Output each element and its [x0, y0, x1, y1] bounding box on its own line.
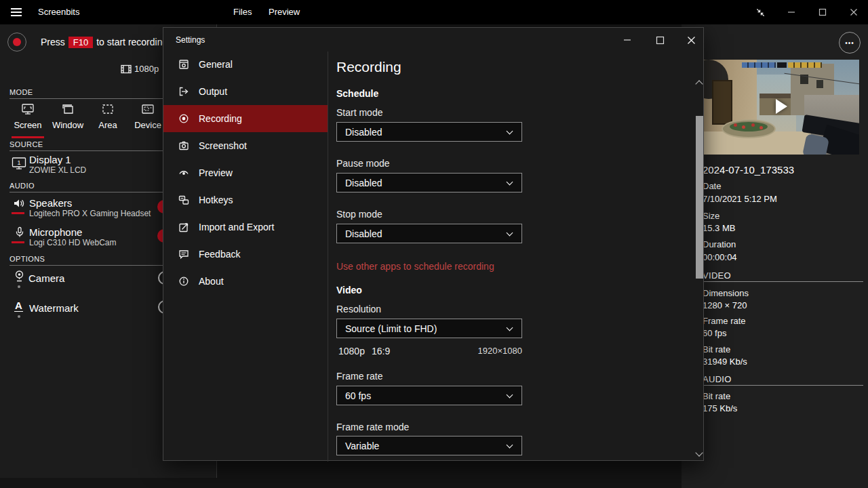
- maximize-button[interactable]: [807, 0, 838, 24]
- webcam-icon: [14, 270, 25, 283]
- resolution-aspect: 16:9: [372, 346, 390, 357]
- close-button[interactable]: [838, 0, 868, 24]
- meta-value: 175 Kb/s: [703, 403, 737, 413]
- settings-nav-general[interactable]: General: [163, 51, 328, 78]
- dialog-title: Settings: [176, 35, 205, 45]
- settings-nav-feedback[interactable]: Feedback: [163, 241, 328, 268]
- scroll-up-arrow[interactable]: [695, 80, 703, 87]
- settings-dialog: Settings General Output Recording Screen…: [163, 27, 704, 461]
- frame-rate-mode-label: Frame rate mode: [336, 422, 409, 432]
- settings-nav-hotkeys[interactable]: Hotkeys: [163, 186, 328, 214]
- resolution-label: Resolution: [336, 304, 381, 314]
- speakers-level-meter: [12, 212, 24, 214]
- camera-indicator-dot: [18, 285, 20, 288]
- file-title: 2024-07-10_173533: [703, 164, 794, 176]
- import-export-icon: [178, 222, 189, 232]
- area-mode-icon: [101, 103, 115, 115]
- start-mode-dropdown[interactable]: Disabled: [336, 122, 522, 142]
- chevron-down-icon: [507, 392, 513, 399]
- watermark-icon: A: [14, 300, 23, 312]
- meta-value: 7/10/2021 5:12 PM: [703, 194, 777, 204]
- audio-section-label: AUDIO: [9, 182, 35, 190]
- thumb-hud-timer: [777, 62, 787, 68]
- meta-label: Date: [703, 181, 721, 191]
- nav-content-divider: [328, 52, 328, 462]
- preview-eye-icon: [178, 167, 189, 178]
- resolution-dropdown[interactable]: Source (Limit to FHD): [336, 319, 522, 338]
- about-icon: [178, 276, 189, 287]
- tab-screen[interactable]: Screen: [8, 102, 47, 134]
- compact-mode-button[interactable]: [745, 0, 776, 24]
- tab-area[interactable]: Area: [88, 102, 127, 134]
- thumb-hud-team1: [742, 62, 776, 68]
- hotkey-badge: F10: [68, 37, 93, 48]
- chevron-down-icon: [507, 325, 513, 331]
- start-mode-label: Start mode: [336, 107, 382, 118]
- screenbits-window: Screenbits Files Preview PressF10to star…: [0, 0, 868, 488]
- frame-rate-dropdown[interactable]: 60 fps: [336, 386, 522, 405]
- more-options-button[interactable]: •••: [839, 32, 861, 54]
- tab-window[interactable]: Window: [48, 102, 87, 134]
- scrollbar-thumb[interactable]: [696, 116, 703, 279]
- meta-label: Dimensions: [703, 288, 749, 298]
- meta-label: Duration: [703, 239, 736, 249]
- thumb-flower: [751, 123, 755, 127]
- thumb-door: [712, 80, 732, 125]
- svg-text:1: 1: [17, 159, 20, 166]
- general-icon: [178, 59, 189, 70]
- display-icon: 1: [12, 157, 26, 170]
- settings-nav-output[interactable]: Output: [163, 78, 328, 105]
- meta-label: Bit rate: [703, 391, 730, 401]
- record-button[interactable]: [7, 33, 26, 52]
- window-mode-icon: [61, 103, 75, 115]
- settings-nav-preview[interactable]: Preview: [163, 159, 328, 186]
- audio-section-heading: AUDIO: [703, 374, 732, 384]
- pause-mode-dropdown[interactable]: Disabled: [336, 173, 522, 192]
- minimize-icon: [787, 8, 795, 16]
- thumb-flower: [734, 123, 737, 127]
- minimize-button[interactable]: [776, 0, 807, 24]
- page-heading: Recording: [336, 59, 401, 75]
- divider: [703, 281, 863, 282]
- settings-nav-about[interactable]: About: [163, 268, 328, 295]
- thumb-window: [816, 80, 823, 88]
- microphone-icon: [14, 226, 25, 239]
- resolution-size: 1920×1080: [478, 346, 522, 356]
- tab-device[interactable]: Device: [128, 102, 167, 134]
- mode-section-label: MODE: [9, 88, 33, 96]
- meta-value: 00:00:04: [703, 252, 737, 262]
- output-icon: [178, 86, 189, 97]
- file-preview-panel: ••• 2024-07-10_1: [682, 24, 868, 488]
- meta-label: Frame rate: [703, 316, 746, 326]
- record-hint: PressF10to start recording: [41, 37, 167, 48]
- video-section-heading: VIDEO: [703, 270, 731, 281]
- menu-files[interactable]: Files: [233, 7, 252, 17]
- source-section-label: SOURCE: [9, 140, 43, 148]
- stop-mode-dropdown[interactable]: Disabled: [336, 224, 522, 243]
- resolution-status: 1080p: [134, 64, 159, 74]
- frame-rate-mode-dropdown[interactable]: Variable: [336, 436, 522, 455]
- watermark-indicator-dot: [18, 315, 20, 318]
- app-title: Screenbits: [38, 7, 79, 17]
- settings-content: Recording Schedule Start mode Disabled P…: [336, 28, 689, 462]
- settings-nav-import-export[interactable]: Import and Export: [163, 214, 328, 241]
- menu-preview[interactable]: Preview: [269, 7, 300, 17]
- chevron-down-icon: [507, 442, 513, 449]
- resolution-quality: 1080p: [338, 346, 365, 357]
- settings-nav-screenshot[interactable]: Screenshot: [163, 132, 328, 159]
- screen-mode-icon: [21, 103, 35, 115]
- settings-nav-recording[interactable]: Recording: [163, 105, 328, 132]
- schedule-heading: Schedule: [336, 88, 378, 99]
- thumb-flower: [760, 126, 763, 129]
- maximize-icon: [818, 8, 827, 16]
- meta-value: 15.3 MB: [703, 223, 735, 233]
- stop-mode-label: Stop mode: [336, 209, 382, 220]
- scroll-down-arrow[interactable]: [695, 449, 703, 456]
- pause-mode-label: Pause mode: [336, 158, 390, 169]
- hamburger-menu-button[interactable]: [9, 5, 23, 19]
- selected-tab-indicator: [12, 136, 44, 138]
- frame-rate-label: Frame rate: [336, 371, 382, 382]
- collapse-arrows-icon: [755, 7, 766, 18]
- video-thumbnail[interactable]: [703, 60, 859, 155]
- settings-scrollbar[interactable]: [696, 79, 703, 458]
